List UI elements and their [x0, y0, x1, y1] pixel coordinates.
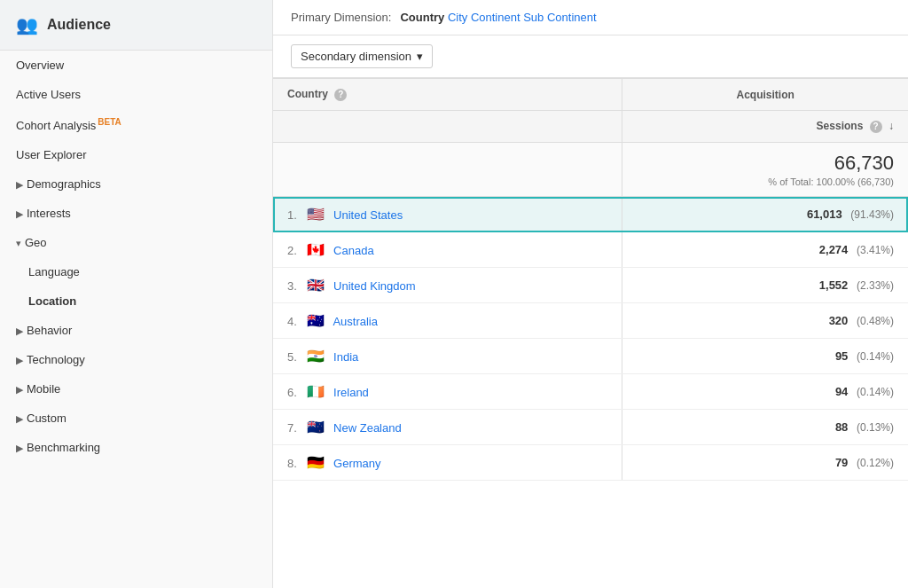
- table-row: 4. 🇦🇺 Australia 320 (0.48%): [273, 303, 908, 339]
- secondary-dimension-label: Secondary dimension: [301, 50, 411, 63]
- sessions-pct: (0.14%): [857, 350, 894, 363]
- expand-arrow-icon: ▶: [16, 208, 23, 220]
- rank-number: 1.: [287, 208, 297, 222]
- sidebar-item-user-explorer[interactable]: User Explorer: [0, 140, 272, 169]
- sidebar-item-behavior[interactable]: ▶Behavior: [0, 316, 272, 345]
- sidebar-item-mobile[interactable]: ▶Mobile: [0, 374, 272, 404]
- audience-icon: 👥: [16, 14, 38, 35]
- table-row: 2. 🇨🇦 Canada 2,274 (3.41%): [273, 232, 908, 268]
- country-cell: 6. 🇮🇪 Ireland: [273, 374, 622, 410]
- secondary-dimension-bar: Secondary dimension ▾: [273, 35, 908, 78]
- sidebar-item-label: User Explorer: [16, 148, 86, 161]
- total-sessions-value: 66,730: [637, 152, 894, 175]
- sidebar-title: Audience: [47, 17, 111, 33]
- country-cell: 4. 🇦🇺 Australia: [273, 303, 622, 339]
- sessions-count: 1,552: [819, 278, 849, 292]
- sidebar-item-active-users[interactable]: Active Users: [0, 80, 272, 109]
- sessions-pct: (0.13%): [857, 421, 894, 434]
- sessions-count: 95: [835, 349, 848, 363]
- expand-arrow-icon: ▾: [16, 238, 21, 249]
- country-cell: 5. 🇮🇳 India: [273, 339, 622, 374]
- sidebar-item-geo[interactable]: ▾Geo: [0, 228, 272, 257]
- sidebar-item-language[interactable]: Language: [0, 257, 272, 286]
- country-flag-icon: 🇮🇳: [307, 348, 325, 365]
- country-flag-icon: 🇦🇺: [307, 312, 325, 329]
- country-help-icon[interactable]: ?: [334, 89, 347, 101]
- sessions-column-header: Sessions ? ↓: [622, 111, 908, 143]
- rank-number: 5.: [287, 350, 297, 364]
- secondary-dimension-dropdown[interactable]: Secondary dimension ▾: [291, 44, 433, 68]
- sidebar-item-label: Active Users: [16, 88, 81, 101]
- sessions-cell: 94 (0.14%): [622, 374, 908, 410]
- data-table-container: Country ? Acquisition Sessions ? ↓: [273, 78, 908, 588]
- sessions-cell: 320 (0.48%): [622, 303, 908, 339]
- rank-number: 4.: [287, 315, 297, 328]
- sidebar-item-interests[interactable]: ▶Interests: [0, 199, 272, 228]
- country-link[interactable]: Canada: [333, 244, 374, 257]
- country-link[interactable]: New Zealand: [333, 421, 402, 435]
- sort-icon[interactable]: ↓: [888, 120, 894, 132]
- country-flag-icon: 🇺🇸: [307, 206, 325, 223]
- sidebar-item-label: Location: [28, 294, 76, 308]
- total-sessions-sub: % of Total: 100.00% (66,730): [637, 176, 894, 187]
- country-column-header: Country ?: [273, 79, 622, 111]
- total-label-cell: [273, 143, 622, 197]
- sidebar-item-overview[interactable]: Overview: [0, 51, 272, 80]
- sidebar-item-label: Behavior: [27, 324, 72, 337]
- data-table: Country ? Acquisition Sessions ? ↓: [273, 78, 908, 481]
- country-link[interactable]: Ireland: [333, 386, 369, 399]
- sessions-count: 88: [835, 420, 848, 434]
- total-row: 66,730 % of Total: 100.00% (66,730): [273, 143, 908, 197]
- country-cell: 3. 🇬🇧 United Kingdom: [273, 268, 622, 303]
- table-row: 5. 🇮🇳 India 95 (0.14%): [273, 339, 908, 374]
- sidebar-item-label: Overview: [16, 59, 64, 72]
- rank-number: 3.: [287, 279, 297, 293]
- sidebar-item-demographics[interactable]: ▶Demographics: [0, 169, 272, 199]
- sidebar-item-label: Geo: [25, 236, 47, 249]
- country-flag-icon: 🇮🇪: [307, 383, 325, 400]
- rank-number: 2.: [287, 244, 297, 257]
- dimension-continent[interactable]: Continent: [471, 11, 521, 24]
- expand-arrow-icon: ▶: [16, 325, 23, 337]
- sessions-pct: (0.12%): [857, 457, 894, 469]
- sessions-help-icon[interactable]: ?: [870, 121, 882, 133]
- sidebar-item-location[interactable]: Location: [0, 286, 272, 316]
- sidebar-item-cohort-analysis[interactable]: Cohort AnalysisBETA: [0, 109, 272, 140]
- rank-number: 7.: [287, 421, 297, 435]
- expand-arrow-icon: ▶: [16, 355, 23, 366]
- country-flag-icon: 🇳🇿: [307, 419, 325, 435]
- country-flag-icon: 🇬🇧: [307, 277, 325, 294]
- sessions-pct: (3.41%): [857, 244, 894, 256]
- country-link[interactable]: United Kingdom: [333, 279, 416, 293]
- country-link[interactable]: Germany: [333, 457, 380, 470]
- acquisition-column-header: Acquisition: [622, 79, 908, 111]
- table-row: 6. 🇮🇪 Ireland 94 (0.14%): [273, 374, 908, 410]
- country-link[interactable]: United States: [333, 208, 403, 222]
- sessions-cell: 61,013 (91.43%): [622, 197, 908, 232]
- sessions-pct: (0.14%): [857, 386, 894, 398]
- country-link[interactable]: India: [333, 350, 358, 364]
- sidebar-item-label: Language: [28, 265, 80, 278]
- sessions-cell: 88 (0.13%): [622, 410, 908, 445]
- main-content: Primary Dimension: Country City Continen…: [273, 0, 908, 588]
- country-cell: 2. 🇨🇦 Canada: [273, 232, 622, 268]
- sessions-cell: 2,274 (3.41%): [622, 232, 908, 268]
- beta-badge: BETA: [98, 117, 121, 127]
- expand-arrow-icon: ▶: [16, 413, 23, 425]
- sidebar-item-benchmarking[interactable]: ▶Benchmarking: [0, 433, 272, 462]
- dimension-sub-continent[interactable]: Sub Continent: [523, 11, 596, 24]
- table-row: 7. 🇳🇿 New Zealand 88 (0.13%): [273, 410, 908, 445]
- sessions-pct: (0.48%): [857, 315, 894, 327]
- total-value-cell: 66,730 % of Total: 100.00% (66,730): [622, 143, 908, 197]
- sessions-pct: (91.43%): [850, 208, 894, 221]
- sidebar-item-custom[interactable]: ▶Custom: [0, 404, 272, 433]
- sidebar-item-technology[interactable]: ▶Technology: [0, 345, 272, 374]
- dropdown-arrow-icon: ▾: [417, 50, 423, 63]
- sidebar-item-label: Mobile: [27, 382, 60, 396]
- dimension-city[interactable]: City: [448, 11, 467, 24]
- country-flag-icon: 🇨🇦: [307, 241, 325, 258]
- country-subheader: [273, 111, 622, 143]
- sidebar-item-label: Interests: [27, 207, 71, 220]
- sessions-count: 61,013: [807, 208, 842, 221]
- country-link[interactable]: Australia: [333, 315, 378, 328]
